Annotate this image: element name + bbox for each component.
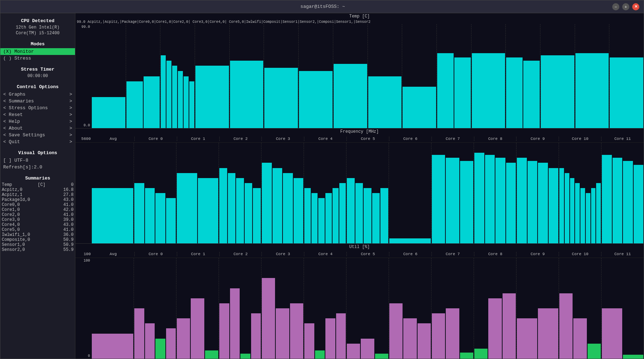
util-col-7 — [389, 258, 431, 359]
window-controls: – + ✕ — [612, 3, 639, 10]
control-options-title: Control Options — [0, 82, 75, 91]
freq-bar — [432, 155, 445, 243]
cpu-name-line1: 12th Gen Intel(R) — [0, 25, 75, 31]
summary-header: Temp [C] 0 — [0, 182, 75, 187]
temp-col-1 — [126, 24, 160, 128]
freq-bar — [364, 188, 371, 243]
util-bar — [588, 344, 601, 359]
freq-bar — [570, 178, 575, 243]
util-bar — [623, 355, 643, 359]
freq-bar — [549, 168, 559, 244]
freq-chart-body — [75, 143, 644, 243]
temp-bar — [575, 53, 609, 128]
cpu-section-title: CPU Detected — [0, 16, 75, 25]
util-bar — [290, 303, 303, 359]
freq-bar — [460, 161, 473, 243]
temp-bar — [299, 71, 333, 128]
freq-col-10 — [516, 143, 559, 243]
freq-bar — [262, 163, 272, 243]
util-col-2 — [176, 258, 219, 359]
freq-chart-header: 5600 Avg Core 0 Core 1 Core 2 Core 3 Cor… — [75, 135, 644, 143]
temp-bar — [195, 66, 229, 128]
freq-col-headers: Avg Core 0 Core 1 Core 2 Core 3 Core 4 C… — [92, 137, 644, 141]
freq-y-axis — [75, 143, 91, 243]
menu-save-settings[interactable]: < Save Settings> — [0, 132, 75, 138]
freq-bar — [92, 188, 133, 243]
temp-col-8 — [368, 24, 402, 128]
temp-col-0 — [91, 24, 126, 128]
menu-about[interactable]: < About> — [0, 125, 75, 132]
freq-bar — [155, 193, 165, 243]
freq-bar — [347, 178, 355, 243]
util-bar — [276, 308, 289, 359]
temp-col-4 — [229, 24, 264, 128]
menu-reset[interactable]: < Reset> — [0, 111, 75, 118]
util-bar — [403, 318, 416, 359]
temp-bar — [454, 57, 471, 128]
util-col-8 — [431, 258, 474, 359]
temp-bar — [189, 81, 194, 128]
freq-bar — [474, 153, 484, 243]
freq-col-1 — [134, 143, 176, 243]
util-col-9 — [474, 258, 516, 359]
menu-help[interactable]: < Help> — [0, 118, 75, 125]
temp-col-6 — [298, 24, 333, 128]
freq-col-6 — [346, 143, 389, 243]
mode-monitor[interactable]: (X) Monitor — [0, 48, 75, 55]
temp-bar — [334, 64, 367, 128]
freq-col-12 — [601, 143, 644, 243]
util-bar — [559, 293, 573, 359]
util-bar — [166, 328, 176, 359]
util-bar — [361, 339, 374, 359]
freq-bar — [372, 193, 380, 243]
summary-row-iwlwifi: Iwlwifi_1,036.0 — [0, 232, 75, 237]
temp-bar — [92, 97, 125, 128]
freq-col-9 — [474, 143, 516, 243]
visual-options-title: Visual Options — [0, 148, 75, 157]
util-bars — [91, 258, 644, 359]
window-title: sagar@itsFOSS: ~ — [33, 4, 612, 9]
freq-bar — [283, 173, 293, 243]
freq-chart-title: Frequency [MHz] — [75, 128, 644, 135]
menu-graphs[interactable]: < Graphs> — [0, 91, 75, 98]
freq-bar — [166, 198, 176, 243]
util-col-headers: Avg Core 0 Core 1 Core 2 Core 3 Core 4 C… — [92, 252, 644, 256]
menu-stress-options[interactable]: < Stress Options> — [0, 105, 75, 111]
freq-bar — [294, 178, 304, 243]
maximize-button[interactable]: + — [622, 3, 629, 10]
temp-bar — [437, 53, 454, 128]
freq-bar — [333, 188, 339, 243]
minimize-button[interactable]: – — [612, 3, 619, 10]
main-window: sagar@itsFOSS: ~ – + ✕ CPU Detected 12th… — [0, 0, 644, 359]
mode-stress[interactable]: ( ) Stress — [0, 55, 75, 62]
menu-summaries[interactable]: < Summaries> — [0, 98, 75, 105]
temp-header-row: 99.0 Acpitz,|Acpitz,|Package|Core0,0|Cor… — [75, 20, 644, 24]
util-bar — [155, 339, 165, 359]
util-col-11 — [559, 258, 601, 359]
freq-bar — [177, 173, 197, 243]
temp-col-13 — [540, 24, 575, 128]
freq-bar — [236, 178, 244, 243]
freq-bar — [198, 178, 218, 243]
freq-bar — [380, 188, 388, 243]
util-bar — [460, 353, 473, 359]
freq-bars — [91, 143, 644, 243]
util-bar — [92, 334, 133, 359]
visual-utf8[interactable]: [ ] UTF-8 — [0, 157, 75, 164]
util-bar — [325, 318, 335, 359]
freq-bar — [602, 155, 612, 243]
freq-bar — [145, 188, 155, 243]
util-chart: Util [%] 100 Avg Core 0 Core 1 Core 2 Co… — [75, 244, 644, 359]
freq-chart: Frequency [MHz] 5600 Avg Core 0 Core 1 C… — [75, 128, 644, 244]
freq-bar — [591, 188, 596, 243]
close-button[interactable]: ✕ — [632, 3, 639, 10]
menu-quit[interactable]: < Quit> — [0, 138, 75, 145]
freq-bar — [596, 183, 601, 243]
util-bar — [347, 344, 360, 359]
util-bar — [503, 293, 516, 359]
summary-row-core2: Core2,041.0 — [0, 212, 75, 217]
summary-row-core3: Core3,039.0 — [0, 217, 75, 222]
freq-bar — [219, 168, 227, 244]
temp-bar — [184, 76, 189, 128]
temp-bar — [178, 71, 183, 128]
